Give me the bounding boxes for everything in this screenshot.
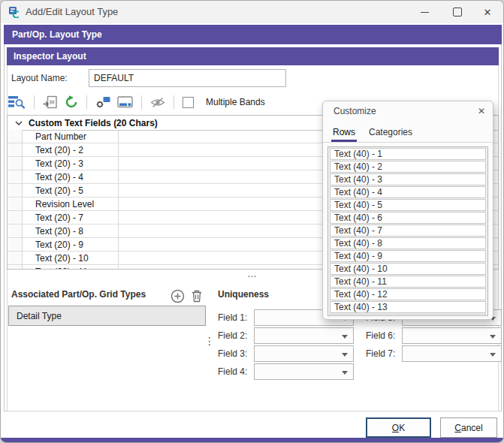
customize-list-item[interactable]: Text (40) - 13 <box>330 301 486 313</box>
inspector-layout-header: Inspector Layout <box>7 47 499 65</box>
field-label: Field 6: <box>366 330 402 341</box>
customize-list-item[interactable]: Text (40) - 14 <box>330 314 486 316</box>
uniqueness-field-row: Field 2: <box>218 327 360 345</box>
row-indicator <box>8 197 23 210</box>
titlebar: Add/Edit Layout Type ✕ <box>1 1 503 23</box>
row-indicator <box>8 252 23 264</box>
customize-title: Customize <box>333 106 376 116</box>
row-indicator <box>8 238 23 251</box>
customize-list-item[interactable]: Text (40) - 2 <box>330 161 486 173</box>
toolbar-separator <box>141 95 142 109</box>
customize-list-item[interactable]: Text (40) - 5 <box>330 199 486 211</box>
part-op-layout-type-header: Part/Op. Layout Type <box>4 25 502 44</box>
row-indicator <box>8 157 23 170</box>
row-indicator <box>8 211 23 224</box>
customize-list-item[interactable]: Text (40) - 4 <box>330 186 486 198</box>
field-combobox[interactable] <box>402 345 502 362</box>
layout-search-icon[interactable] <box>8 95 26 109</box>
multiple-bands-label: Multiple Bands <box>206 97 265 107</box>
maximize-button[interactable] <box>445 1 470 23</box>
refresh-icon[interactable] <box>65 95 78 109</box>
customize-close-icon[interactable]: ✕ <box>478 106 485 116</box>
customize-panel-header[interactable]: Customize ✕ <box>323 101 493 121</box>
vertical-splitter[interactable]: ⋮ <box>204 339 213 344</box>
tab-rows[interactable]: Rows <box>333 127 355 142</box>
row-label: Text (20) - 4 <box>23 170 119 183</box>
add-edit-layout-type-dialog: Add/Edit Layout Type ✕ Part/Op. Layout T… <box>0 0 504 443</box>
field-label: Field 3: <box>218 348 254 359</box>
row-label: Text (20) - 10 <box>23 252 119 264</box>
row-indicator <box>8 170 23 183</box>
row-indicator <box>8 130 23 143</box>
toolbar-separator <box>174 95 174 109</box>
close-button[interactable]: ✕ <box>475 1 500 23</box>
row-label: Text (20) - 11 <box>23 265 119 269</box>
layout-name-input[interactable] <box>89 69 286 87</box>
customize-list-item[interactable]: Text (40) - 9 <box>330 250 486 262</box>
row-indicator <box>8 143 23 156</box>
band-settings-icon[interactable] <box>95 95 110 109</box>
chevron-down-icon <box>342 371 348 375</box>
layout-name-label: Layout Name: <box>11 73 68 83</box>
customize-rows-list: Text (40) - 1 Text (40) - 2 Text (40) - … <box>327 146 488 316</box>
chevron-down-icon <box>342 335 348 339</box>
insert-band-icon[interactable] <box>43 95 58 109</box>
field-combobox[interactable] <box>254 327 354 344</box>
field-combobox[interactable] <box>254 363 354 380</box>
hide-field-icon[interactable] <box>150 97 165 108</box>
app-logo-icon <box>8 6 20 18</box>
minimize-button[interactable] <box>412 1 437 23</box>
cancel-button[interactable]: Cancel <box>440 417 497 438</box>
uniqueness-field-row: Field 3: <box>218 345 360 363</box>
card-view-icon[interactable] <box>117 96 133 108</box>
add-grid-type-button[interactable] <box>170 288 185 303</box>
tab-categories[interactable]: Categories <box>369 127 412 142</box>
customize-tabs: Rows Categories <box>323 121 493 143</box>
customize-list-item[interactable]: Text (40) - 8 <box>330 237 486 249</box>
customize-list-item[interactable]: Text (40) - 10 <box>330 263 486 275</box>
uniqueness-field-row: Field 4: <box>218 363 360 381</box>
customize-list-item[interactable]: Text (40) - 3 <box>330 173 486 185</box>
associated-grid-types-list: Detail Type <box>8 306 206 326</box>
row-label: Text (20) - 3 <box>23 157 119 170</box>
row-label: Text (20) - 8 <box>23 225 119 237</box>
minimize-icon <box>421 12 429 13</box>
row-label: Text (20) - 7 <box>23 211 119 224</box>
field-combobox[interactable] <box>254 345 354 362</box>
layout-toolbar: Multiple Bands <box>8 92 265 113</box>
customize-list-item[interactable]: Text (40) - 1 <box>330 148 486 160</box>
window-accent-bar <box>1 438 504 443</box>
delete-grid-type-button[interactable] <box>189 288 204 303</box>
horizontal-splitter[interactable]: … <box>226 268 279 279</box>
field-label: Field 4: <box>218 366 254 377</box>
field-label: Field 7: <box>366 348 402 359</box>
trash-icon <box>191 289 203 303</box>
cancel-button-label: Cancel <box>454 423 482 433</box>
chevron-down-icon <box>15 121 23 125</box>
multiple-bands-checkbox[interactable] <box>183 97 194 108</box>
uniqueness-title: Uniqueness <box>218 289 269 300</box>
chevron-down-icon <box>490 353 496 357</box>
uniqueness-field-row: Field 7: <box>366 345 504 363</box>
customize-list-item[interactable]: Text (40) - 7 <box>330 225 486 237</box>
ok-button-label: OK <box>392 423 405 433</box>
customize-panel: Customize ✕ Rows Categories Text (40) - … <box>322 101 493 320</box>
field-label: Field 1: <box>218 312 254 323</box>
toolbar-separator <box>86 95 87 109</box>
row-label: Text (20) - 5 <box>23 184 119 197</box>
plus-circle-icon <box>171 289 185 303</box>
customize-list-item[interactable]: Text (40) - 12 <box>330 288 486 300</box>
row-label: Text (20) - 2 <box>23 143 119 156</box>
customize-list-item[interactable]: Text (40) - 6 <box>330 212 486 224</box>
row-label: Revision Level <box>23 197 119 210</box>
customize-list-item[interactable]: Text (40) - 11 <box>330 276 486 288</box>
uniqueness-field-row: Field 6: <box>366 327 504 345</box>
associated-grid-types-title: Associated Part/Op. Grid Types <box>11 289 146 300</box>
row-label: Part Number <box>23 130 119 143</box>
chevron-down-icon <box>342 353 348 357</box>
toolbar-separator <box>34 95 35 109</box>
ok-button[interactable]: OK <box>366 417 431 438</box>
field-combobox[interactable] <box>402 327 502 344</box>
row-indicator <box>8 225 23 237</box>
grid-type-list-item[interactable]: Detail Type <box>8 306 206 326</box>
